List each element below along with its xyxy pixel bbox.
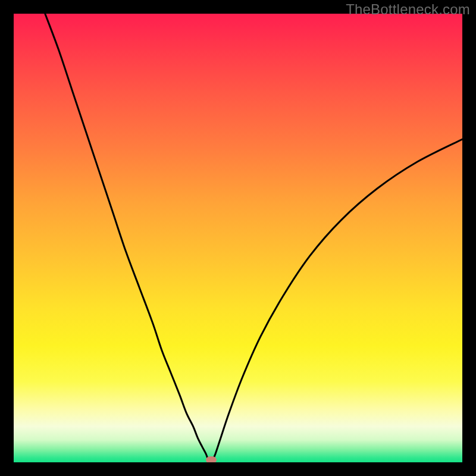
bottleneck-curve-path: [45, 14, 462, 461]
minimum-marker-icon: [206, 456, 217, 462]
chart-frame: TheBottleneck.com: [0, 0, 476, 476]
plot-area: [14, 14, 462, 462]
curve-svg: [14, 14, 462, 462]
watermark-text: TheBottleneck.com: [346, 1, 470, 18]
